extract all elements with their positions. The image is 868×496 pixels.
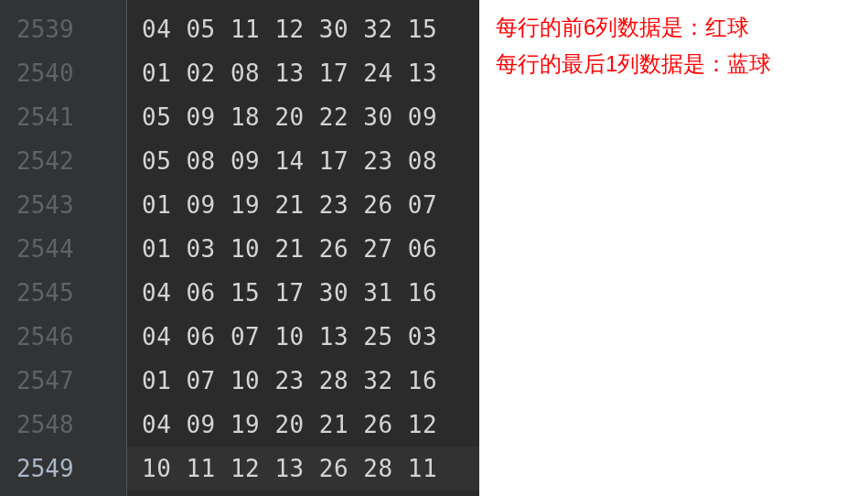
code-line[interactable]: 01 09 19 21 23 26 07 <box>142 183 479 227</box>
annotation-panel: 每行的前6列数据是：红球 每行的最后1列数据是：蓝球 <box>479 0 868 496</box>
code-line[interactable]: 01 03 10 21 26 27 06 <box>142 227 479 271</box>
line-number[interactable]: 2542 <box>16 139 126 183</box>
line-number-gutter: 2539 2540 2541 2542 2543 2544 2545 2546 … <box>0 0 126 496</box>
line-number[interactable]: 2543 <box>16 183 126 227</box>
code-line[interactable]: 04 06 15 17 30 31 16 <box>142 271 479 315</box>
line-number[interactable]: 2546 <box>16 315 126 359</box>
code-line[interactable]: 05 09 18 20 22 30 09 <box>142 95 479 139</box>
line-number[interactable]: 2540 <box>16 51 126 95</box>
line-number[interactable]: 2545 <box>16 271 126 315</box>
code-line[interactable]: 05 08 09 14 17 23 08 <box>142 139 479 183</box>
code-line[interactable]: 01 02 08 13 17 24 13 <box>142 51 479 95</box>
line-number[interactable]: 2541 <box>16 95 126 139</box>
code-line[interactable]: 04 06 07 10 13 25 03 <box>142 315 479 359</box>
code-line[interactable]: 01 07 10 23 28 32 16 <box>142 359 479 403</box>
code-line-active[interactable]: 10 11 12 13 26 28 11 <box>127 447 479 491</box>
line-number[interactable]: 2547 <box>16 359 126 403</box>
line-number[interactable]: 2548 <box>16 403 126 447</box>
code-content-area[interactable]: 04 05 11 12 30 32 15 01 02 08 13 17 24 1… <box>126 0 479 496</box>
code-editor: 2539 2540 2541 2542 2543 2544 2545 2546 … <box>0 0 479 496</box>
annotation-text-blue: 每行的最后1列数据是：蓝球 <box>496 46 868 82</box>
code-line[interactable]: 04 05 11 12 30 32 15 <box>142 7 479 51</box>
line-number[interactable]: 2539 <box>16 7 126 51</box>
code-line[interactable]: 04 09 19 20 21 26 12 <box>142 403 479 447</box>
line-number-active[interactable]: 2549 <box>16 447 126 491</box>
annotation-text-red: 每行的前6列数据是：红球 <box>496 9 868 46</box>
line-number[interactable]: 2544 <box>16 227 126 271</box>
